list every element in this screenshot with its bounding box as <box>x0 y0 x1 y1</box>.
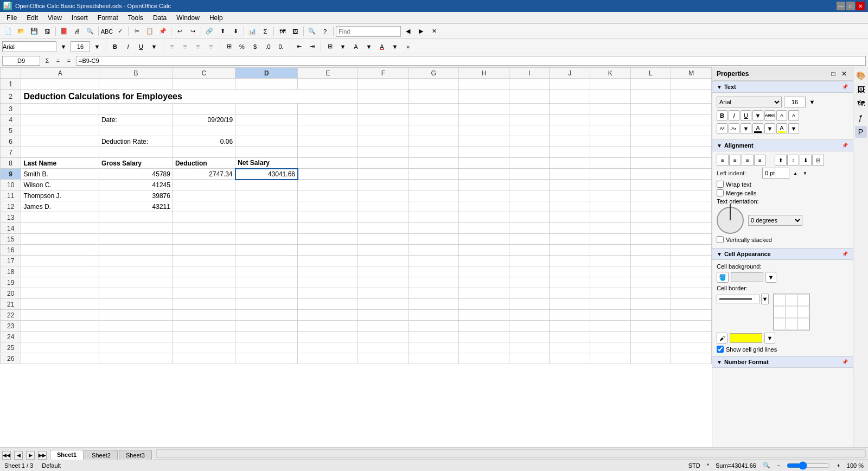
cell-K4[interactable] <box>590 114 631 125</box>
functions-sidebar-btn[interactable]: ƒ <box>855 112 867 124</box>
tab-nav-prev-btn[interactable]: ◀ <box>14 451 23 460</box>
subscript-btn[interactable]: A₂ <box>729 123 739 134</box>
cell-C4[interactable]: 09/20/19 <box>173 114 235 125</box>
font-name-dropdown-btn[interactable]: ▼ <box>58 41 69 53</box>
cell-A12[interactable]: James D. <box>21 201 99 212</box>
cell-F7[interactable] <box>358 147 409 158</box>
cell-J11[interactable] <box>550 190 590 201</box>
spell-check-btn[interactable]: ABC <box>101 26 113 37</box>
cell-M6[interactable] <box>671 136 712 147</box>
increase-indent-btn[interactable]: ⇥ <box>306 41 318 53</box>
cell-bg-color-dropdown-btn[interactable]: ▼ <box>765 272 776 283</box>
cell-D5[interactable] <box>235 125 298 136</box>
formula-input[interactable] <box>76 56 866 66</box>
cell-E11[interactable] <box>298 190 358 201</box>
shadow-a-btn[interactable]: A <box>776 110 787 121</box>
col-header-H[interactable]: H <box>459 68 509 79</box>
decrease-decimal-btn[interactable]: 0. <box>275 41 287 53</box>
cell-F12[interactable] <box>358 201 409 212</box>
cell-J10[interactable] <box>550 180 590 190</box>
cell-M1[interactable] <box>671 79 712 90</box>
insert-chart-btn[interactable]: 📊 <box>246 26 258 37</box>
cell-E10[interactable] <box>298 180 358 190</box>
underline-btn[interactable]: U <box>135 41 147 53</box>
cell-G9[interactable] <box>409 169 459 180</box>
cell-J1[interactable] <box>550 79 590 90</box>
bg-color-dropdown-btn[interactable]: ▼ <box>363 41 375 53</box>
cell-M10[interactable] <box>671 180 712 190</box>
cell-C1[interactable] <box>173 79 235 90</box>
border-bot-right-btn[interactable] <box>797 318 809 330</box>
show-gridlines-checkbox[interactable] <box>717 346 724 353</box>
row-header-12[interactable]: 12 <box>1 201 21 212</box>
cell-G6[interactable] <box>409 136 459 147</box>
help-btn[interactable]: ? <box>319 26 331 37</box>
row-header-7[interactable]: 7 <box>1 147 21 158</box>
cell-L12[interactable] <box>630 201 671 212</box>
cell-M4[interactable] <box>671 114 712 125</box>
row-header-24[interactable]: 24 <box>1 332 21 342</box>
cell-F8[interactable] <box>358 158 409 169</box>
border-color-picker[interactable] <box>730 333 762 343</box>
cell-E7[interactable] <box>298 147 358 158</box>
cell-I1[interactable] <box>509 79 550 90</box>
shadow-color-dropdown-btn[interactable]: ▼ <box>741 123 751 134</box>
cell-A10[interactable]: Wilson C. <box>21 180 99 190</box>
orientation-select[interactable]: 0 degrees 90 degrees -90 degrees 45 degr… <box>748 215 802 226</box>
cell-J2[interactable] <box>550 90 590 104</box>
cell-C10[interactable] <box>173 180 235 190</box>
open-btn[interactable]: 📂 <box>15 26 27 37</box>
vertically-stacked-checkbox[interactable] <box>717 236 724 243</box>
row-header-9[interactable]: 9 <box>1 169 21 180</box>
align-justify-btn[interactable]: ≡ <box>205 41 217 53</box>
col-header-D[interactable]: D <box>235 68 298 79</box>
cell-G8[interactable] <box>409 158 459 169</box>
cell-D7[interactable] <box>235 147 298 158</box>
cell-bg-bucket-btn[interactable]: 🪣 <box>717 272 729 283</box>
undo-btn[interactable]: ↩ <box>174 26 186 37</box>
cell-M9[interactable] <box>671 169 712 180</box>
cell-G12[interactable] <box>409 201 459 212</box>
cell-G4[interactable] <box>409 114 459 125</box>
cell-J9[interactable] <box>550 169 590 180</box>
cell-J12[interactable] <box>550 201 590 212</box>
cell-B8[interactable]: Gross Salary <box>99 158 173 169</box>
indent-up-btn[interactable]: ▲ <box>792 169 799 177</box>
align-distributed-btn[interactable]: ⊟ <box>812 155 824 166</box>
menu-window[interactable]: Window <box>172 13 204 23</box>
cell-D10[interactable] <box>235 180 298 190</box>
align-center-prop-btn[interactable]: ≡ <box>729 155 741 166</box>
cell-F2[interactable] <box>358 90 409 104</box>
cell-F9[interactable] <box>358 169 409 180</box>
save-as-btn[interactable]: 🖫 <box>41 26 53 37</box>
tab-nav-next-btn[interactable]: ▶ <box>26 451 35 460</box>
cell-B1[interactable] <box>99 79 173 90</box>
highlight-btn[interactable]: A <box>776 123 787 134</box>
align-top-btn[interactable]: ⬆ <box>775 155 787 166</box>
cell-G11[interactable] <box>409 190 459 201</box>
number-format-section-header[interactable]: ▼ Number Format 📌 <box>712 356 853 368</box>
sheet-tab-1[interactable]: Sheet1 <box>50 450 84 460</box>
row-header-22[interactable]: 22 <box>1 310 21 321</box>
cell-B10[interactable]: 41245 <box>99 180 173 190</box>
cell-K3[interactable] <box>590 104 631 114</box>
cell-M8[interactable] <box>671 158 712 169</box>
cell-A2[interactable]: Deduction Calculations for Employees <box>21 90 358 104</box>
cell-G7[interactable] <box>409 147 459 158</box>
cell-B5[interactable] <box>99 125 173 136</box>
cell-D9[interactable]: 43041.66 <box>235 169 298 180</box>
zoom-in-btn[interactable]: 🔍 <box>306 26 318 37</box>
cell-H12[interactable] <box>459 201 509 212</box>
row-header-8[interactable]: 8 <box>1 158 21 169</box>
col-header-E[interactable]: E <box>298 68 358 79</box>
row-header-21[interactable]: 21 <box>1 299 21 310</box>
cell-A1[interactable] <box>21 79 99 90</box>
export-pdf-btn[interactable]: 📕 <box>58 26 70 37</box>
font-highlight-dropdown-btn[interactable]: ▼ <box>764 123 775 134</box>
cell-A3[interactable] <box>21 104 99 114</box>
cell-A11[interactable]: Thompson J. <box>21 190 99 201</box>
cell-D1[interactable] <box>235 79 298 90</box>
cell-G10[interactable] <box>409 180 459 190</box>
autocorrect-btn[interactable]: ✓ <box>114 26 126 37</box>
cell-H6[interactable] <box>459 136 509 147</box>
